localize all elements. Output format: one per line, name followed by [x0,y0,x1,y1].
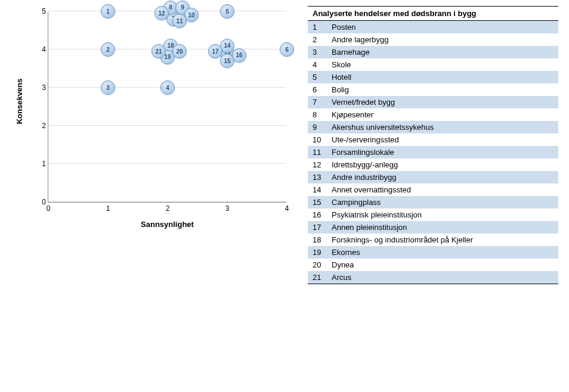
data-point: 12 [154,6,169,20]
row-number: 10 [308,133,327,146]
row-label: Bolig [327,83,558,96]
row-number: 5 [308,71,327,83]
row-number: 1 [308,21,327,34]
x-tick-label: 2 [162,204,174,213]
table-row: 19Ekornes [308,246,558,259]
table-row: 20Dynea [308,259,558,271]
row-label: Barnehage [327,46,558,58]
table-row: 8Kjøpesenter [308,108,558,121]
data-point: 5 [220,4,234,18]
row-number: 4 [308,58,327,71]
row-label: Ekornes [327,246,558,259]
row-label: Annen pleieinstitusjon [327,221,558,234]
data-point: 6 [280,42,294,57]
row-label: Idrettsbygg/-anlegg [327,158,558,171]
row-label: Kjøpesenter [327,108,558,121]
row-number: 18 [308,234,327,246]
row-number: 9 [308,121,327,133]
table-row: 5Hotell [308,71,558,83]
x-axis-label: Sannsynlighet [141,220,194,229]
row-number: 11 [308,146,327,158]
row-label: Vernet/fredet bygg [327,96,558,108]
row-label: Campingplass [327,196,558,209]
table-row: 21Arcus [308,271,558,284]
data-point: 16 [232,48,246,63]
data-point: 4 [160,80,175,95]
y-axis-label: Konsekvens [15,79,24,125]
data-point: 1 [101,4,115,18]
x-tick-label: 1 [102,204,114,213]
row-number: 2 [308,33,327,46]
data-point: 21 [151,44,166,58]
gridline [48,125,286,126]
row-label: Dynea [327,259,558,271]
table-row: 4Skole [308,58,558,71]
row-number: 3 [308,46,327,58]
row-label: Arcus [327,271,558,284]
data-point: 3 [101,80,115,95]
data-point: 2 [101,42,115,57]
y-tick-label: 4 [35,45,46,54]
row-number: 17 [308,221,327,234]
row-number: 6 [308,83,327,96]
row-label: Forsknings- og industriområdet på Kjelle… [327,234,558,246]
table-header: Analyserte hendelser med dødsbrann i byg… [308,7,558,21]
data-point: 11 [172,14,187,28]
row-label: Andre industribygg [327,171,558,183]
plot-area: Sannsynlighet 01234501234123456789101112… [48,12,286,203]
row-number: 7 [308,96,327,108]
row-number: 8 [308,108,327,121]
y-tick-label: 3 [35,83,46,92]
table-row: 7Vernet/fredet bygg [308,96,558,108]
gridline [48,163,286,164]
table-row: 6Bolig [308,83,558,96]
table-row: 9Akershus universitetssykehus [308,121,558,133]
table-row: 11Forsamlingslokale [308,146,558,158]
row-number: 15 [308,196,327,209]
row-number: 20 [308,259,327,271]
row-number: 16 [308,209,327,221]
data-point: 17 [208,44,222,58]
table-row: 10Ute-/serveringssted [308,133,558,146]
table-row: 16Psykiatrisk pleieinstitusjon [308,209,558,221]
row-label: Skole [327,58,558,71]
table-row: 3Barnehage [308,46,558,58]
y-tick-label: 2 [35,122,46,130]
scatter-chart: Konsekvens Sannsynlighet 012345012341234… [6,6,298,232]
row-label: Forsamlingslokale [327,146,558,158]
legend-table: Analyserte hendelser med dødsbrann i byg… [308,6,558,284]
table-row: 14Annet overnattingssted [308,183,558,196]
y-tick-label: 5 [35,7,46,15]
x-tick-label: 4 [281,204,293,213]
event-table: Analyserte hendelser med dødsbrann i byg… [308,6,558,284]
y-tick-label: 1 [35,160,46,168]
row-label: Andre lagerbygg [327,33,558,46]
row-number: 19 [308,246,327,259]
data-point: 20 [172,44,187,58]
row-label: Posten [327,21,558,34]
figure-container: Konsekvens Sannsynlighet 012345012341234… [6,6,563,284]
row-number: 21 [308,271,327,284]
row-label: Akershus universitetssykehus [327,121,558,133]
row-label: Annet overnattingssted [327,183,558,196]
gridline [48,201,286,202]
x-tick-label: 0 [42,204,54,213]
row-number: 14 [308,183,327,196]
table-row: 1Posten [308,21,558,34]
table-row: 2Andre lagerbygg [308,33,558,46]
row-number: 12 [308,158,327,171]
table-row: 15Campingplass [308,196,558,209]
row-label: Psykiatrisk pleieinstitusjon [327,209,558,221]
x-tick-label: 3 [221,204,233,213]
table-row: 17Annen pleieinstitusjon [308,221,558,234]
row-label: Ute-/serveringssted [327,133,558,146]
row-label: Hotell [327,71,558,83]
table-row: 13Andre industribygg [308,171,558,183]
table-row: 18Forsknings- og industriområdet på Kjel… [308,234,558,246]
row-number: 13 [308,171,327,183]
table-row: 12Idrettsbygg/-anlegg [308,158,558,171]
